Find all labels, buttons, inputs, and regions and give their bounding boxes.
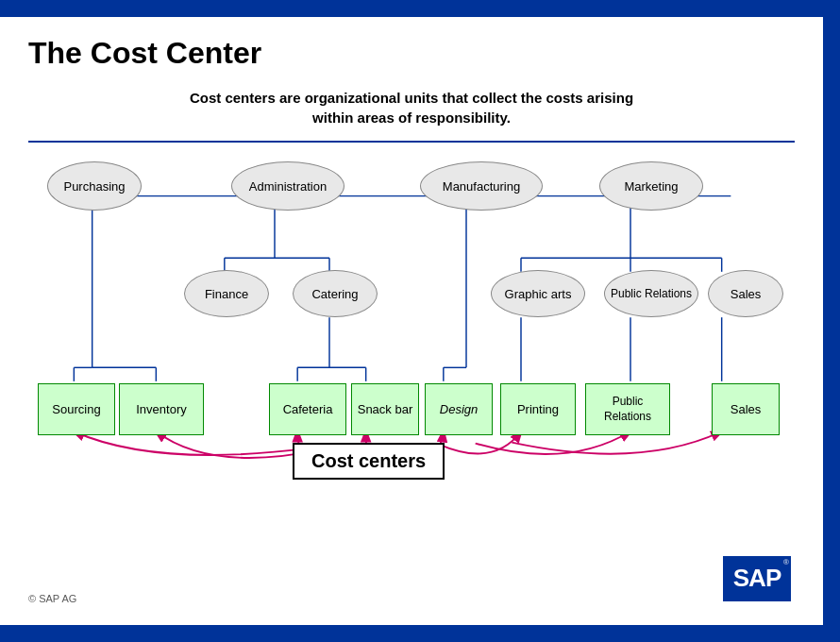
footer-copyright: © SAP AG: [28, 593, 76, 604]
cost-centers-label: Cost centers: [293, 443, 445, 480]
oval-catering: Catering: [293, 270, 378, 317]
box-printing: Printing: [500, 383, 576, 435]
top-bar: [0, 0, 840, 17]
sap-logo-box: SAP: [723, 556, 791, 601]
oval-public-relations-mid: Public Relations: [604, 270, 698, 317]
bottom-bar: [0, 625, 840, 642]
box-design: Design: [425, 383, 493, 435]
box-public-relations: Public Relations: [585, 383, 670, 435]
diagram: Purchasing Administration Manufacturing …: [28, 152, 795, 492]
sap-logo: SAP: [719, 552, 795, 604]
box-snack-bar: Snack bar: [351, 383, 419, 435]
subtitle: Cost centers are organizational units th…: [28, 88, 795, 127]
page-title: The Cost Center: [28, 36, 795, 71]
oval-sales-mid: Sales: [708, 270, 783, 317]
oval-finance: Finance: [184, 270, 269, 317]
box-cafeteria: Cafeteria: [269, 383, 346, 435]
box-sourcing: Sourcing: [38, 383, 115, 435]
box-inventory: Inventory: [119, 383, 204, 435]
box-sales: Sales: [712, 383, 780, 435]
divider: [28, 141, 795, 143]
oval-marketing: Marketing: [599, 161, 703, 211]
subtitle-line2: within areas of responsibility.: [312, 110, 511, 126]
sap-logo-text: SAP: [733, 564, 781, 593]
oval-manufacturing: Manufacturing: [420, 161, 543, 211]
main-content: The Cost Center Cost centers are organiz…: [0, 17, 823, 625]
subtitle-line1: Cost centers are organizational units th…: [190, 90, 633, 106]
right-bar: [823, 17, 840, 625]
oval-graphic-arts: Graphic arts: [491, 270, 585, 317]
oval-administration: Administration: [231, 161, 344, 211]
oval-purchasing: Purchasing: [47, 161, 142, 211]
